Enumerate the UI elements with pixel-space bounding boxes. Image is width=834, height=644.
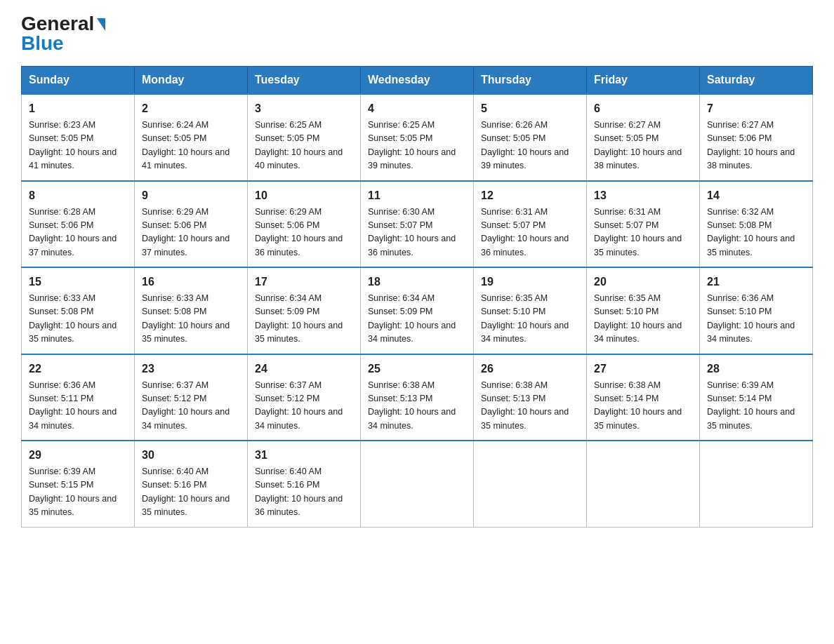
calendar-cell: 21 Sunrise: 6:36 AMSunset: 5:10 PMDaylig…	[700, 267, 813, 354]
day-number: 26	[481, 361, 579, 377]
day-info: Sunrise: 6:31 AMSunset: 5:07 PMDaylight:…	[481, 207, 569, 257]
calendar-cell: 9 Sunrise: 6:29 AMSunset: 5:06 PMDayligh…	[135, 181, 248, 268]
calendar-cell: 11 Sunrise: 6:30 AMSunset: 5:07 PMDaylig…	[361, 181, 474, 268]
day-info: Sunrise: 6:29 AMSunset: 5:06 PMDaylight:…	[255, 207, 343, 257]
day-number: 31	[255, 447, 353, 464]
calendar-cell: 8 Sunrise: 6:28 AMSunset: 5:06 PMDayligh…	[22, 181, 135, 268]
calendar-cell: 3 Sunrise: 6:25 AMSunset: 5:05 PMDayligh…	[248, 94, 361, 181]
day-number: 28	[707, 361, 805, 377]
day-info: Sunrise: 6:34 AMSunset: 5:09 PMDaylight:…	[255, 293, 343, 344]
day-number: 7	[707, 100, 805, 117]
column-header-thursday: Thursday	[474, 67, 587, 95]
day-number: 13	[594, 187, 692, 204]
day-number: 8	[29, 187, 127, 204]
calendar-cell: 28 Sunrise: 6:39 AMSunset: 5:14 PMDaylig…	[700, 354, 813, 441]
calendar-cell: 26 Sunrise: 6:38 AMSunset: 5:13 PMDaylig…	[474, 354, 587, 441]
calendar-cell: 20 Sunrise: 6:35 AMSunset: 5:10 PMDaylig…	[587, 267, 700, 354]
day-number: 10	[255, 187, 353, 204]
calendar-cell: 14 Sunrise: 6:32 AMSunset: 5:08 PMDaylig…	[700, 181, 813, 268]
calendar-cell: 25 Sunrise: 6:38 AMSunset: 5:13 PMDaylig…	[361, 354, 474, 441]
day-info: Sunrise: 6:39 AMSunset: 5:15 PMDaylight:…	[29, 467, 117, 517]
calendar-cell	[587, 441, 700, 527]
day-info: Sunrise: 6:28 AMSunset: 5:06 PMDaylight:…	[29, 207, 117, 257]
logo-general-text: General	[21, 14, 94, 34]
day-info: Sunrise: 6:36 AMSunset: 5:10 PMDaylight:…	[707, 293, 795, 344]
calendar-cell: 19 Sunrise: 6:35 AMSunset: 5:10 PMDaylig…	[474, 267, 587, 354]
day-info: Sunrise: 6:27 AMSunset: 5:06 PMDaylight:…	[707, 120, 795, 170]
day-info: Sunrise: 6:27 AMSunset: 5:05 PMDaylight:…	[594, 120, 682, 170]
day-info: Sunrise: 6:25 AMSunset: 5:05 PMDaylight:…	[255, 120, 343, 170]
day-number: 3	[255, 100, 353, 117]
day-info: Sunrise: 6:37 AMSunset: 5:12 PMDaylight:…	[142, 380, 230, 431]
calendar-week-row: 8 Sunrise: 6:28 AMSunset: 5:06 PMDayligh…	[22, 181, 813, 268]
day-info: Sunrise: 6:40 AMSunset: 5:16 PMDaylight:…	[142, 467, 230, 517]
calendar-cell	[700, 441, 813, 527]
calendar-cell	[361, 441, 474, 527]
day-number: 14	[707, 187, 805, 204]
calendar-cell: 24 Sunrise: 6:37 AMSunset: 5:12 PMDaylig…	[248, 354, 361, 441]
day-info: Sunrise: 6:35 AMSunset: 5:10 PMDaylight:…	[594, 293, 682, 344]
calendar-table: SundayMondayTuesdayWednesdayThursdayFrid…	[21, 66, 813, 528]
day-info: Sunrise: 6:37 AMSunset: 5:12 PMDaylight:…	[255, 380, 343, 431]
calendar-cell: 31 Sunrise: 6:40 AMSunset: 5:16 PMDaylig…	[248, 441, 361, 527]
calendar-cell	[474, 441, 587, 527]
column-header-tuesday: Tuesday	[248, 67, 361, 95]
calendar-week-row: 1 Sunrise: 6:23 AMSunset: 5:05 PMDayligh…	[22, 94, 813, 181]
day-number: 17	[255, 274, 353, 290]
calendar-cell: 16 Sunrise: 6:33 AMSunset: 5:08 PMDaylig…	[135, 267, 248, 354]
day-number: 4	[368, 100, 466, 117]
calendar-week-row: 22 Sunrise: 6:36 AMSunset: 5:11 PMDaylig…	[22, 354, 813, 441]
day-number: 27	[594, 361, 692, 377]
calendar-cell: 10 Sunrise: 6:29 AMSunset: 5:06 PMDaylig…	[248, 181, 361, 268]
day-number: 1	[29, 100, 127, 117]
day-number: 15	[29, 274, 127, 290]
column-header-friday: Friday	[587, 67, 700, 95]
day-number: 23	[142, 361, 240, 377]
page-header: General Blue	[21, 14, 813, 53]
calendar-cell: 27 Sunrise: 6:38 AMSunset: 5:14 PMDaylig…	[587, 354, 700, 441]
calendar-cell: 4 Sunrise: 6:25 AMSunset: 5:05 PMDayligh…	[361, 94, 474, 181]
day-info: Sunrise: 6:38 AMSunset: 5:13 PMDaylight:…	[368, 380, 456, 431]
day-number: 18	[368, 274, 466, 290]
calendar-cell: 5 Sunrise: 6:26 AMSunset: 5:05 PMDayligh…	[474, 94, 587, 181]
calendar-cell: 13 Sunrise: 6:31 AMSunset: 5:07 PMDaylig…	[587, 181, 700, 268]
calendar-cell: 22 Sunrise: 6:36 AMSunset: 5:11 PMDaylig…	[22, 354, 135, 441]
calendar-cell: 18 Sunrise: 6:34 AMSunset: 5:09 PMDaylig…	[361, 267, 474, 354]
day-number: 12	[481, 187, 579, 204]
calendar-cell: 30 Sunrise: 6:40 AMSunset: 5:16 PMDaylig…	[135, 441, 248, 527]
calendar-cell: 15 Sunrise: 6:33 AMSunset: 5:08 PMDaylig…	[22, 267, 135, 354]
day-number: 24	[255, 361, 353, 377]
day-number: 6	[594, 100, 692, 117]
column-header-monday: Monday	[135, 67, 248, 95]
calendar-header-row: SundayMondayTuesdayWednesdayThursdayFrid…	[22, 67, 813, 95]
calendar-cell: 6 Sunrise: 6:27 AMSunset: 5:05 PMDayligh…	[587, 94, 700, 181]
logo-triangle-icon	[97, 18, 105, 31]
day-info: Sunrise: 6:31 AMSunset: 5:07 PMDaylight:…	[594, 207, 682, 257]
calendar-cell: 1 Sunrise: 6:23 AMSunset: 5:05 PMDayligh…	[22, 94, 135, 181]
day-info: Sunrise: 6:25 AMSunset: 5:05 PMDaylight:…	[368, 120, 456, 170]
day-number: 2	[142, 100, 240, 117]
day-number: 5	[481, 100, 579, 117]
column-header-sunday: Sunday	[22, 67, 135, 95]
day-info: Sunrise: 6:24 AMSunset: 5:05 PMDaylight:…	[142, 120, 230, 170]
day-info: Sunrise: 6:29 AMSunset: 5:06 PMDaylight:…	[142, 207, 230, 257]
column-header-wednesday: Wednesday	[361, 67, 474, 95]
day-info: Sunrise: 6:33 AMSunset: 5:08 PMDaylight:…	[142, 293, 230, 344]
day-info: Sunrise: 6:38 AMSunset: 5:13 PMDaylight:…	[481, 380, 569, 431]
day-number: 20	[594, 274, 692, 290]
day-info: Sunrise: 6:23 AMSunset: 5:05 PMDaylight:…	[29, 120, 117, 170]
day-info: Sunrise: 6:35 AMSunset: 5:10 PMDaylight:…	[481, 293, 569, 344]
calendar-cell: 12 Sunrise: 6:31 AMSunset: 5:07 PMDaylig…	[474, 181, 587, 268]
day-info: Sunrise: 6:36 AMSunset: 5:11 PMDaylight:…	[29, 380, 117, 431]
day-info: Sunrise: 6:33 AMSunset: 5:08 PMDaylight:…	[29, 293, 117, 344]
day-number: 29	[29, 447, 127, 464]
day-info: Sunrise: 6:30 AMSunset: 5:07 PMDaylight:…	[368, 207, 456, 257]
day-number: 9	[142, 187, 240, 204]
calendar-cell: 29 Sunrise: 6:39 AMSunset: 5:15 PMDaylig…	[22, 441, 135, 527]
day-number: 21	[707, 274, 805, 290]
calendar-cell: 17 Sunrise: 6:34 AMSunset: 5:09 PMDaylig…	[248, 267, 361, 354]
day-number: 19	[481, 274, 579, 290]
logo: General Blue	[21, 14, 105, 53]
day-info: Sunrise: 6:34 AMSunset: 5:09 PMDaylight:…	[368, 293, 456, 344]
day-info: Sunrise: 6:40 AMSunset: 5:16 PMDaylight:…	[255, 467, 343, 517]
